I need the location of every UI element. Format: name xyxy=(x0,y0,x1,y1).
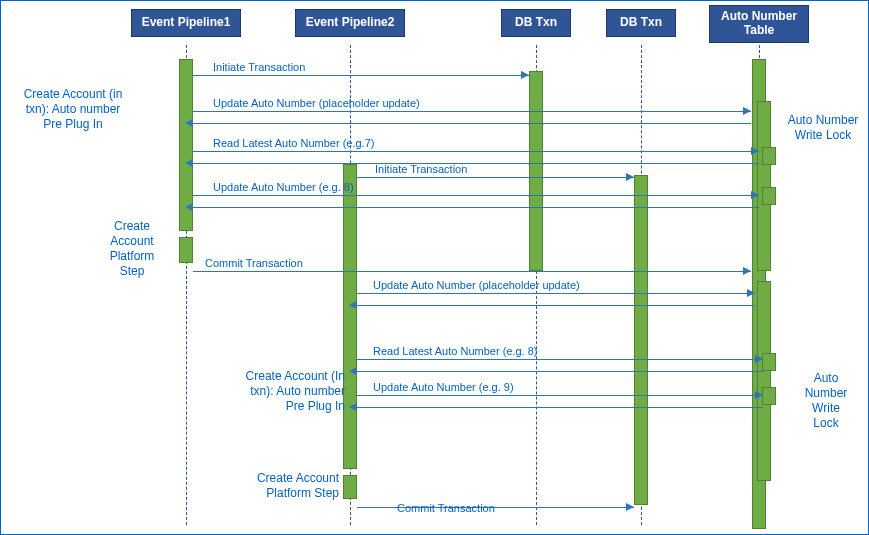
msg-update-num-8-return xyxy=(193,199,759,215)
label-create-account-platform-1: Create Account Platform Step xyxy=(97,219,167,279)
sequence-diagram: Event Pipeline1 Event Pipeline2 DB Txn D… xyxy=(0,0,869,535)
label-write-lock-1: Auto Number Write Lock xyxy=(783,113,863,143)
msg-label: Read Latest Auto Number (e.g.7) xyxy=(213,137,374,149)
label-create-account-platform-2: Create Account Platform Step xyxy=(239,471,339,501)
msg-update-placeholder-2-return xyxy=(357,297,755,313)
msg-commit-txn-2: Commit Transaction xyxy=(357,499,634,515)
label-create-account-plugin-2: Create Account (In txn): Auto number Pre… xyxy=(215,369,345,414)
msg-label: Read Latest Auto Number (e.g. 8) xyxy=(373,345,537,357)
msg-update-placeholder-1-return xyxy=(193,115,751,131)
msg-label: Update Auto Number (e.g. 8) xyxy=(213,181,354,193)
msg-initiate-txn-2: Initiate Transaction xyxy=(357,169,634,185)
msg-label: Update Auto Number (placeholder update) xyxy=(213,97,420,109)
lane-header-pipeline1: Event Pipeline1 xyxy=(131,9,241,37)
activation-autonum-lock1c xyxy=(762,187,776,205)
msg-commit-txn-1: Commit Transaction xyxy=(193,263,751,279)
msg-label: Commit Transaction xyxy=(397,502,495,514)
activation-autonum-lock2b xyxy=(762,353,776,371)
activation-pipeline1-platform xyxy=(179,237,193,263)
label-create-account-plugin-1: Create Account (in txn): Auto number Pre… xyxy=(13,87,133,132)
msg-label: Update Auto Number (placeholder update) xyxy=(373,279,580,291)
msg-label: Initiate Transaction xyxy=(213,61,305,73)
lane-header-dbtxn2: DB Txn xyxy=(606,9,676,37)
lane-header-pipeline2: Event Pipeline2 xyxy=(295,9,405,37)
lane-header-autonum: Auto Number Table xyxy=(709,5,809,43)
msg-update-num-9-return xyxy=(357,399,763,415)
activation-dbtxn2 xyxy=(634,175,648,505)
activation-autonum-lock2c xyxy=(762,387,776,405)
msg-label: Update Auto Number (e.g. 9) xyxy=(373,381,514,393)
label-write-lock-2: Auto Number Write Lock xyxy=(791,371,861,431)
activation-pipeline2-platform xyxy=(343,475,357,499)
activation-autonum-lock1b xyxy=(762,147,776,165)
lane-header-dbtxn1: DB Txn xyxy=(501,9,571,37)
msg-label: Commit Transaction xyxy=(205,257,303,269)
msg-initiate-txn-1: Initiate Transaction xyxy=(193,67,529,83)
activation-autonum-lock2 xyxy=(757,281,771,481)
msg-read-latest-2-return xyxy=(357,363,763,379)
msg-label: Initiate Transaction xyxy=(375,163,467,175)
activation-autonum-lock1 xyxy=(757,101,771,271)
